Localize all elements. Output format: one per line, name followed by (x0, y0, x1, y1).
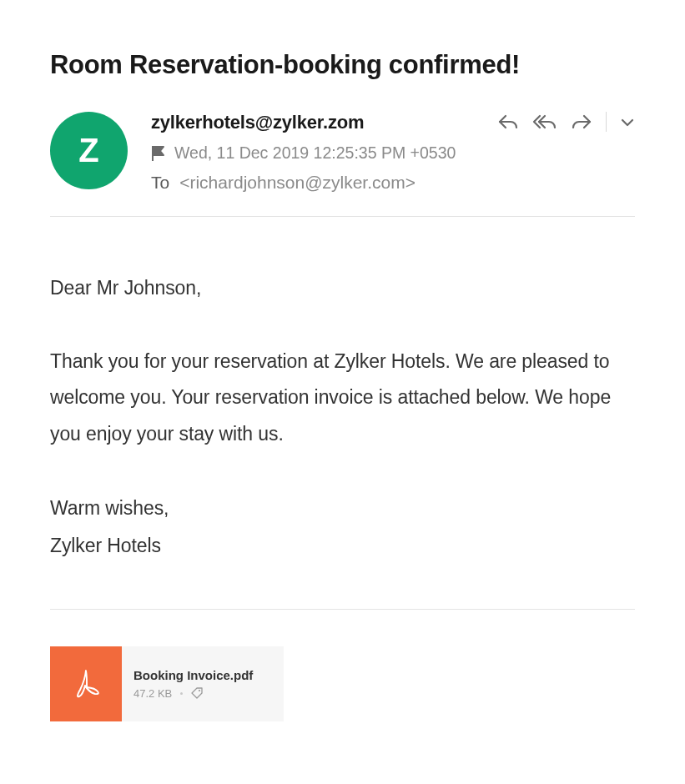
signoff-line2: Zylker Hotels (50, 535, 161, 556)
email-actions (497, 112, 635, 132)
attachment-sub: 47.2 KB (133, 687, 284, 700)
date-row: Wed, 11 Dec 2019 12:25:35 PM +0530 (151, 143, 635, 163)
more-actions-icon[interactable] (620, 117, 635, 127)
pdf-icon (50, 646, 122, 721)
email-subject: Room Reservation-booking confirmed! (50, 50, 635, 80)
body-greeting: Dear Mr Johnson, (50, 270, 635, 307)
attachment[interactable]: Booking Invoice.pdf 47.2 KB (50, 646, 284, 721)
email-header: Z zylkerhotels@zylker.zom Wed, 11 Dec 20… (50, 112, 635, 193)
body-paragraph: Thank you for your reservation at Zylker… (50, 344, 635, 453)
dot-separator (180, 692, 183, 695)
action-divider (606, 112, 607, 132)
to-row: To <richardjohnson@zylker.com> (151, 173, 635, 193)
divider-bottom (50, 609, 635, 610)
tag-icon[interactable] (191, 687, 204, 700)
attachment-size: 47.2 KB (133, 687, 172, 700)
signoff-line1: Warm wishes, (50, 497, 169, 519)
sender-avatar: Z (50, 112, 128, 189)
to-label: To (151, 173, 169, 193)
attachment-meta: Booking Invoice.pdf 47.2 KB (122, 646, 284, 721)
email-date: Wed, 11 Dec 2019 12:25:35 PM +0530 (174, 143, 456, 163)
svg-point-0 (199, 690, 200, 691)
reply-all-icon[interactable] (532, 113, 557, 131)
forward-icon[interactable] (571, 113, 592, 131)
body-signoff: Warm wishes, Zylker Hotels (50, 490, 635, 565)
divider (50, 216, 635, 217)
attachment-filename: Booking Invoice.pdf (133, 668, 284, 682)
avatar-letter: Z (78, 132, 98, 169)
email-body: Dear Mr Johnson, Thank you for your rese… (50, 270, 635, 564)
flag-icon[interactable] (151, 145, 166, 162)
reply-icon[interactable] (497, 113, 519, 131)
to-recipient: <richardjohnson@zylker.com> (179, 173, 416, 193)
